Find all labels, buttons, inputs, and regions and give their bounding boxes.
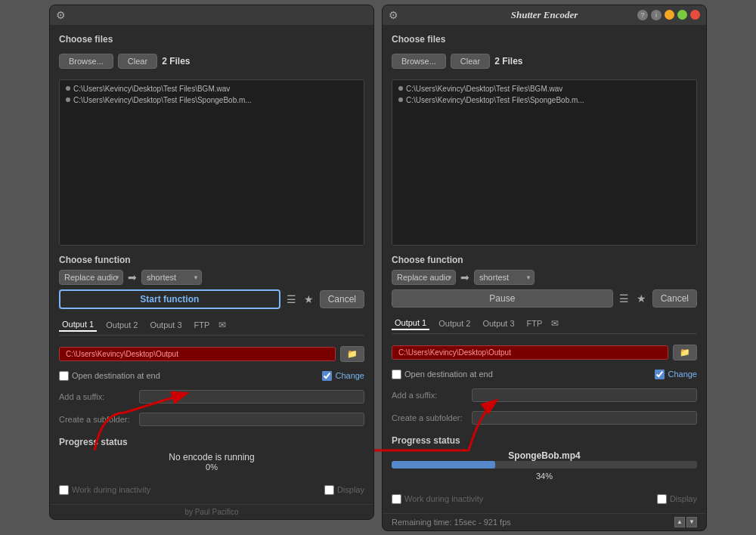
left-inactivity-label[interactable]: Work during inactivity xyxy=(59,485,150,495)
right-maximize-button[interactable] xyxy=(677,10,687,20)
right-remaining-bar: Remaining time: 15sec - 921 fps ▲ ▼ xyxy=(383,513,706,530)
left-subfolder-input[interactable] xyxy=(139,413,364,426)
right-action-row: Pause ☰ ★ Cancel xyxy=(392,289,697,308)
right-output-path-row: C:\Users\Kevincy\Desktop\Output 📁 xyxy=(392,345,697,360)
left-action-row: Start function ☰ ★ Cancel xyxy=(59,289,364,309)
left-browse-button[interactable]: Browse... xyxy=(59,54,113,69)
right-pause-button[interactable]: Pause xyxy=(392,289,613,308)
left-choose-function-title: Choose function xyxy=(59,255,364,265)
right-change-label[interactable]: Change xyxy=(655,370,697,379)
right-help-button[interactable]: ? xyxy=(637,10,648,20)
left-output-path[interactable]: C:\Users\Kevincy\Desktop\Output xyxy=(59,347,336,361)
right-shortest-dropdown-wrapper: shortest xyxy=(474,270,534,285)
right-tab-envelope-icon[interactable]: ✉ xyxy=(551,318,559,329)
left-tab-output3[interactable]: Output 3 xyxy=(147,319,184,331)
left-suffix-input[interactable] xyxy=(139,390,364,404)
right-window-controls: ? i xyxy=(637,10,700,20)
right-display-label[interactable]: Display xyxy=(657,494,697,504)
right-minimize-button[interactable] xyxy=(665,10,674,20)
right-close-button[interactable] xyxy=(690,10,700,20)
right-open-destination-checkbox[interactable] xyxy=(392,370,401,379)
right-suffix-input[interactable] xyxy=(472,388,697,402)
left-shortest-select[interactable]: shortest xyxy=(141,270,202,285)
right-menu-icon[interactable]: ☰ xyxy=(618,291,631,306)
right-gear-icon[interactable]: ⚙ xyxy=(389,9,398,21)
right-progress-percent: 34% xyxy=(392,472,697,481)
left-title-bar: ⚙ xyxy=(50,5,373,25)
right-output-path[interactable]: C:\Users\Kevincy\Desktop\Output xyxy=(392,345,668,360)
right-file-item-2: C:\Users\Kevincy\Desktop\Test Files\Spon… xyxy=(395,94,693,106)
right-nav-down-button[interactable]: ▼ xyxy=(686,517,697,527)
left-choose-files-title: Choose files xyxy=(59,34,364,45)
left-start-button[interactable]: Start function xyxy=(59,289,280,309)
left-file-dot-2 xyxy=(66,97,70,102)
left-tab-output2[interactable]: Output 2 xyxy=(103,319,141,331)
right-open-destination-label[interactable]: Open destination at end xyxy=(392,370,493,379)
left-display-label[interactable]: Display xyxy=(324,485,364,495)
right-files-count: 2 Files xyxy=(494,56,522,66)
left-progress-percent: 0% xyxy=(59,462,364,472)
right-title-bar: ⚙ Shutter Encoder ? i xyxy=(383,5,706,25)
left-bottom-row: Work during inactivity Display xyxy=(59,485,364,495)
left-cancel-button[interactable]: Cancel xyxy=(320,290,364,308)
right-file-toolbar: Browse... Clear 2 Files xyxy=(392,54,697,69)
left-output-path-row: C:\Users\Kevincy\Desktop\Output 📁 xyxy=(59,346,364,362)
left-suffix-row: Add a suffix: xyxy=(59,390,364,404)
left-inactivity-checkbox[interactable] xyxy=(59,485,69,495)
right-display-checkbox[interactable] xyxy=(657,494,667,504)
right-browse-button[interactable]: Browse... xyxy=(392,54,446,69)
right-change-checkbox[interactable] xyxy=(655,370,665,379)
right-change-text: Change xyxy=(668,370,697,379)
left-file-path-2: C:\Users\Kevincy\Desktop\Test Files\Spon… xyxy=(73,96,252,104)
right-progress-bar-container xyxy=(392,461,697,469)
left-open-destination-checkbox[interactable] xyxy=(59,371,69,381)
left-suffix-label: Add a suffix: xyxy=(59,392,135,401)
left-function-select[interactable]: Replace audio xyxy=(59,270,123,285)
left-subfolder-row: Create a subfolder: xyxy=(59,413,364,426)
right-file-path-2: C:\Users\Kevincy\Desktop\Test Files\Spon… xyxy=(406,96,584,104)
right-display-text: Display xyxy=(670,494,697,503)
right-function-dropdown-wrapper: Replace audio xyxy=(392,270,456,285)
left-tab-ftp[interactable]: FTP xyxy=(191,319,213,331)
right-progress-bar-fill xyxy=(392,461,495,469)
right-nav-up-button[interactable]: ▲ xyxy=(674,517,685,527)
right-arrow-icon: ➡ xyxy=(460,271,469,283)
right-tab-output3[interactable]: Output 3 xyxy=(479,317,517,329)
left-clear-button[interactable]: Clear xyxy=(118,54,157,69)
left-file-item-2: C:\Users\Kevincy\Desktop\Test Files\Spon… xyxy=(63,94,361,106)
right-file-dot-1 xyxy=(398,86,403,91)
right-folder-button[interactable]: 📁 xyxy=(673,345,697,360)
right-tab-ftp[interactable]: FTP xyxy=(524,317,546,329)
left-arrow-icon: ➡ xyxy=(128,271,137,283)
right-shortest-select[interactable]: shortest xyxy=(474,270,534,285)
right-open-destination-text: Open destination at end xyxy=(404,370,493,379)
left-menu-icon[interactable]: ☰ xyxy=(285,292,298,307)
left-folder-button[interactable]: 📁 xyxy=(340,346,364,362)
right-tabs-row: Output 1 Output 2 Output 3 FTP ✉ xyxy=(392,317,697,334)
left-choose-function-section: Choose function Replace audio ➡ shortest xyxy=(59,255,364,309)
right-inactivity-checkbox[interactable] xyxy=(392,494,401,504)
left-change-checkbox[interactable] xyxy=(322,371,332,381)
right-function-select[interactable]: Replace audio xyxy=(392,270,456,285)
left-file-path-1: C:\Users\Kevincy\Desktop\Test Files\BGM.… xyxy=(73,85,230,93)
left-options-row: Open destination at end Change xyxy=(59,371,364,381)
right-inactivity-label[interactable]: Work during inactivity xyxy=(392,494,483,504)
left-tab-envelope-icon[interactable]: ✉ xyxy=(218,320,226,330)
left-change-label[interactable]: Change xyxy=(322,371,364,381)
left-display-checkbox[interactable] xyxy=(324,485,334,495)
right-cancel-button[interactable]: Cancel xyxy=(652,289,697,308)
right-tab-output2[interactable]: Output 2 xyxy=(435,317,473,329)
right-bottom-row: Work during inactivity Display xyxy=(392,494,697,504)
right-subfolder-input[interactable] xyxy=(472,411,697,425)
left-open-destination-label[interactable]: Open destination at end xyxy=(59,371,160,381)
right-tab-output1[interactable]: Output 1 xyxy=(392,317,429,330)
left-tab-output1[interactable]: Output 1 xyxy=(59,318,97,332)
right-star-icon[interactable]: ★ xyxy=(635,291,648,306)
left-gear-icon[interactable]: ⚙ xyxy=(56,9,66,21)
right-info-button[interactable]: i xyxy=(651,10,662,20)
right-title-text: Shutter Encoder xyxy=(511,9,578,21)
left-subfolder-label: Create a subfolder: xyxy=(59,415,135,424)
right-clear-button[interactable]: Clear xyxy=(451,54,490,69)
left-star-icon[interactable]: ★ xyxy=(302,292,315,307)
right-window: ⚙ Shutter Encoder ? i Choose files Brows… xyxy=(382,5,707,531)
